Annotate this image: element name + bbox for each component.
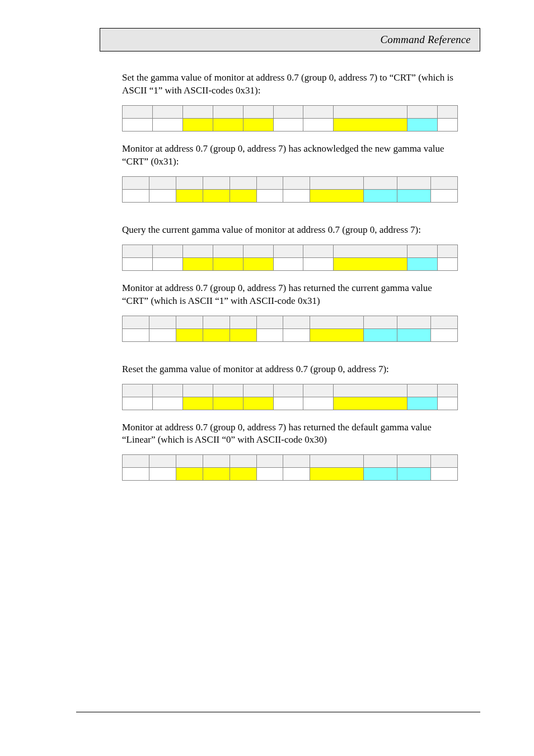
table-cell xyxy=(283,328,310,341)
table-header-cell xyxy=(243,384,273,397)
table-header-cell xyxy=(334,384,407,397)
table-cell xyxy=(364,328,397,341)
table-cell xyxy=(407,118,438,131)
table-header-cell xyxy=(303,384,334,397)
table-header-cell xyxy=(149,316,176,328)
table-header-cell xyxy=(203,176,229,189)
table-cell xyxy=(123,189,149,202)
table-header-cell xyxy=(229,455,256,468)
table-header-cell xyxy=(303,245,334,257)
paragraph: Monitor at address 0.7 (group 0, address… xyxy=(122,421,458,447)
table-header-cell xyxy=(243,105,273,118)
table-header-cell xyxy=(229,176,256,189)
command-table xyxy=(122,384,458,410)
command-table xyxy=(122,176,458,203)
table-header-cell xyxy=(123,105,153,118)
content-area: Set the gamma value of monitor at addres… xyxy=(122,72,458,492)
table-header-cell xyxy=(213,384,243,397)
header-bar: Command Reference xyxy=(100,28,480,51)
table-cell xyxy=(364,468,397,481)
table-cell xyxy=(438,118,458,131)
table-cell xyxy=(243,257,273,270)
table-header-cell xyxy=(149,176,176,189)
table-header-cell xyxy=(123,384,153,397)
table-header-cell xyxy=(430,455,457,468)
table-cell xyxy=(283,468,310,481)
table-cell xyxy=(176,189,203,202)
table-cell xyxy=(334,257,407,270)
table-header-cell xyxy=(310,455,364,468)
table-header-cell xyxy=(256,316,283,328)
table-header-cell xyxy=(430,176,457,189)
table-cell xyxy=(123,257,153,270)
table-cell xyxy=(273,257,303,270)
table-header-cell xyxy=(334,105,407,118)
table-header-cell xyxy=(256,176,283,189)
table-cell xyxy=(213,118,243,131)
table-cell xyxy=(123,328,149,341)
table-header-cell xyxy=(213,245,243,257)
table-header-cell xyxy=(123,455,149,468)
table-header-cell xyxy=(149,455,176,468)
table-cell xyxy=(407,257,438,270)
table-cell xyxy=(123,397,153,410)
table-cell xyxy=(303,397,334,410)
table-header-cell xyxy=(182,384,213,397)
table-cell xyxy=(152,257,182,270)
table-cell xyxy=(203,189,229,202)
table-header-cell xyxy=(123,176,149,189)
table-cell xyxy=(149,328,176,341)
table-cell xyxy=(283,189,310,202)
table-header-cell xyxy=(243,245,273,257)
table-header-cell xyxy=(152,105,182,118)
table-header-cell xyxy=(283,455,310,468)
table-header-cell xyxy=(438,384,458,397)
table-cell xyxy=(152,397,182,410)
table-cell xyxy=(407,397,438,410)
table-header-cell xyxy=(256,455,283,468)
table-cell xyxy=(303,257,334,270)
table-cell xyxy=(334,397,407,410)
table-cell xyxy=(229,189,256,202)
table-cell xyxy=(176,328,203,341)
table-cell xyxy=(397,189,431,202)
table-cell xyxy=(182,118,213,131)
header-title: Command Reference xyxy=(380,34,471,46)
table-header-cell xyxy=(273,105,303,118)
paragraph: Monitor at address 0.7 (group 0, address… xyxy=(122,143,458,168)
table-header-cell xyxy=(123,316,149,328)
table-header-cell xyxy=(407,384,438,397)
table-cell xyxy=(203,328,229,341)
table-cell xyxy=(397,328,431,341)
table-cell xyxy=(430,328,457,341)
table-header-cell xyxy=(303,105,334,118)
table-header-cell xyxy=(203,455,229,468)
table-cell xyxy=(430,468,457,481)
table-cell xyxy=(243,397,273,410)
table-cell xyxy=(310,328,364,341)
table-header-cell xyxy=(203,316,229,328)
table-header-cell xyxy=(176,455,203,468)
page: Command Reference Set the gamma value of… xyxy=(0,0,534,756)
table-cell xyxy=(430,189,457,202)
table-header-cell xyxy=(364,316,397,328)
table-header-cell xyxy=(213,105,243,118)
table-cell xyxy=(149,189,176,202)
table-header-cell xyxy=(283,316,310,328)
table-header-cell xyxy=(152,245,182,257)
table-header-cell xyxy=(407,245,438,257)
paragraph: Set the gamma value of monitor at addres… xyxy=(122,72,458,97)
table-cell xyxy=(273,118,303,131)
table-cell xyxy=(310,189,364,202)
table-header-cell xyxy=(364,455,397,468)
table-cell xyxy=(123,118,153,131)
table-header-cell xyxy=(438,105,458,118)
table-cell xyxy=(243,118,273,131)
table-cell xyxy=(364,189,397,202)
table-header-cell xyxy=(364,176,397,189)
table-header-cell xyxy=(123,245,153,257)
table-header-cell xyxy=(182,105,213,118)
table-cell xyxy=(229,328,256,341)
table-header-cell xyxy=(334,245,407,257)
table-header-cell xyxy=(310,176,364,189)
